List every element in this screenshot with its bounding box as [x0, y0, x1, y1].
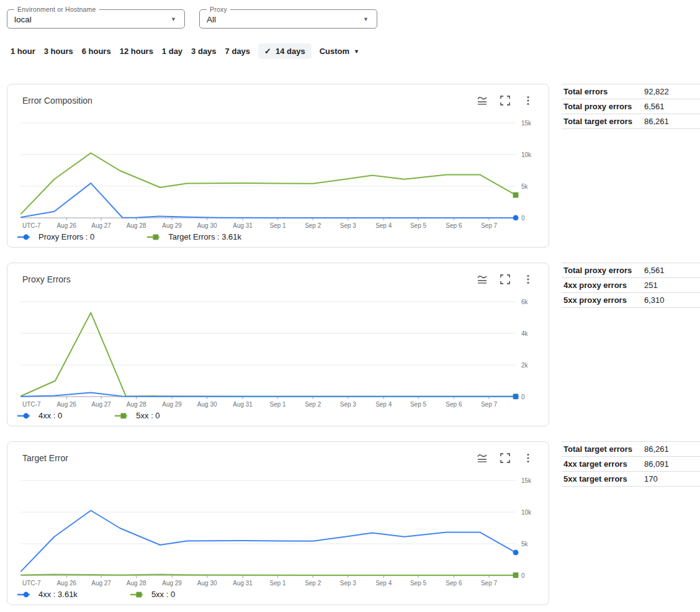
stat-label: 4xx target errors — [563, 459, 644, 469]
dropdown-arrow-icon: ▼ — [363, 16, 369, 22]
environment-select[interactable]: Environment or Hostname local ▼ — [7, 9, 185, 29]
svg-text:UTC-7: UTC-7 — [22, 580, 41, 587]
stat-row: 4xx target errors86,091 — [562, 456, 700, 471]
svg-text:Sep 4: Sep 4 — [375, 580, 392, 587]
error-composition-chart: 05k10k15kAug 26Aug 27Aug 28Aug 29Aug 30A… — [21, 117, 549, 230]
svg-text:Aug 31: Aug 31 — [233, 580, 253, 587]
stat-value: 86,261 — [644, 117, 669, 126]
svg-text:5k: 5k — [521, 541, 529, 547]
charts-column: Error Composition 05k10k15kAug 26Aug 27A… — [7, 84, 549, 612]
total-errors-stats-block: Total errors92,822Total proxy errors6,56… — [562, 84, 700, 263]
fullscreen-icon[interactable] — [500, 95, 511, 106]
time-option-label: Custom — [320, 47, 349, 56]
time-option-custom[interactable]: Custom▼ — [315, 43, 364, 59]
stat-value: 170 — [644, 474, 658, 484]
proxy-errors-card: Proxy Errors 02k4k6kAug 26Aug 27Aug 28Au… — [7, 263, 549, 426]
card-actions — [477, 274, 534, 285]
svg-text:Aug 30: Aug 30 — [197, 222, 217, 229]
card-header: Error Composition — [7, 84, 549, 106]
dropdown-arrow-icon: ▼ — [171, 16, 176, 22]
proxy-select-value: All — [207, 14, 216, 24]
svg-text:Sep 3: Sep 3 — [340, 580, 357, 587]
time-option-label: 7 days — [225, 47, 250, 56]
target-error-chart: 05k10k15kAug 26Aug 27Aug 28Aug 29Aug 30A… — [21, 474, 549, 587]
dashboard-main: Error Composition 05k10k15kAug 26Aug 27A… — [7, 84, 700, 612]
time-option-label: 1 day — [162, 47, 182, 56]
chart-legend: 4xx : 3.61k5xx : 0 — [17, 590, 549, 599]
svg-text:Sep 5: Sep 5 — [410, 401, 427, 408]
legend-item: 5xx : 0 — [115, 411, 159, 420]
svg-text:Sep 2: Sep 2 — [305, 222, 321, 229]
svg-text:Aug 29: Aug 29 — [162, 222, 182, 229]
dropdown-arrow-icon: ▼ — [354, 48, 359, 55]
legend-label: 5xx : 0 — [151, 590, 175, 599]
svg-text:Aug 26: Aug 26 — [56, 401, 76, 408]
chart-title: Target Error — [22, 453, 68, 463]
time-option-12-hours[interactable]: 12 hours — [115, 43, 158, 59]
legend-item: 5xx : 0 — [130, 590, 175, 599]
stat-row: Total proxy errors6,561 — [562, 263, 700, 277]
svg-text:Sep 2: Sep 2 — [305, 580, 321, 587]
svg-text:Aug 26: Aug 26 — [56, 222, 76, 229]
svg-text:UTC-7: UTC-7 — [22, 222, 41, 229]
time-option-1-hour[interactable]: 1 hour — [6, 43, 40, 59]
environment-select-label: Environment or Hostname — [14, 6, 99, 13]
stat-label: Total target errors — [563, 444, 644, 454]
time-option-6-hours[interactable]: 6 hours — [78, 43, 115, 59]
chart-style-icon[interactable] — [477, 95, 488, 106]
environment-select-value: local — [14, 14, 32, 24]
legend-label: 4xx : 0 — [38, 411, 62, 420]
card-actions — [477, 452, 534, 464]
fullscreen-icon[interactable] — [500, 274, 511, 285]
stat-row: Total target errors86,261 — [562, 441, 700, 456]
chart-style-icon[interactable] — [477, 274, 488, 285]
svg-text:15k: 15k — [521, 120, 532, 127]
time-option-label: 3 hours — [44, 47, 73, 56]
time-option-label: 6 hours — [82, 47, 111, 56]
stat-value: 6,561 — [644, 266, 665, 275]
svg-text:15k: 15k — [521, 477, 532, 484]
stat-label: Total target errors — [563, 117, 644, 126]
svg-text:Aug 31: Aug 31 — [233, 401, 253, 408]
square-series-marker-icon — [115, 412, 128, 420]
svg-text:0: 0 — [521, 572, 525, 579]
stat-label: Total proxy errors — [563, 102, 644, 111]
stat-row: Total errors92,822 — [562, 84, 700, 99]
time-option-3-days[interactable]: 3 days — [187, 43, 220, 59]
legend-label: 4xx : 3.61k — [38, 590, 78, 599]
circle-series-marker-icon — [17, 591, 30, 598]
circle-series-marker-icon — [17, 412, 30, 420]
svg-text:Aug 31: Aug 31 — [233, 222, 253, 229]
stat-row: 4xx proxy errors251 — [562, 277, 700, 292]
svg-text:Sep 7: Sep 7 — [481, 401, 498, 408]
fullscreen-icon[interactable] — [500, 452, 511, 464]
time-option-1-day[interactable]: 1 day — [158, 43, 187, 59]
stat-row: 5xx target errors170 — [562, 471, 700, 486]
svg-text:0: 0 — [521, 215, 525, 222]
svg-text:Sep 5: Sep 5 — [410, 580, 427, 587]
chart-legend: 4xx : 05xx : 0 — [17, 411, 549, 420]
square-series-marker-icon — [147, 233, 160, 241]
kebab-menu-icon[interactable] — [523, 95, 534, 106]
proxy-select[interactable]: Proxy All ▼ — [199, 9, 377, 29]
svg-text:Aug 27: Aug 27 — [91, 401, 111, 408]
chart-title: Proxy Errors — [22, 274, 71, 284]
time-option-14-days[interactable]: ✓14 days — [258, 43, 312, 59]
kebab-menu-icon[interactable] — [523, 274, 534, 285]
legend-item: 4xx : 0 — [17, 411, 62, 420]
proxy-errors-table: Total proxy errors6,5614xx proxy errors2… — [562, 263, 700, 308]
stat-value: 86,091 — [644, 459, 669, 469]
legend-item: 4xx : 3.61k — [17, 590, 78, 599]
proxy-errors-chart: 02k4k6kAug 26Aug 27Aug 28Aug 29Aug 30Aug… — [21, 295, 549, 408]
filter-row: Environment or Hostname local ▼ Proxy Al… — [7, 9, 700, 29]
svg-text:Sep 5: Sep 5 — [410, 222, 427, 229]
circle-series-marker-icon — [17, 233, 30, 241]
kebab-menu-icon[interactable] — [523, 452, 534, 464]
time-option-3-hours[interactable]: 3 hours — [40, 43, 78, 59]
time-option-7-days[interactable]: 7 days — [221, 43, 254, 59]
svg-text:Aug 29: Aug 29 — [162, 401, 182, 408]
legend-item: Target Errors : 3.61k — [147, 232, 241, 241]
proxy-select-label: Proxy — [207, 6, 230, 13]
chart-style-icon[interactable] — [477, 452, 488, 464]
svg-text:Sep 4: Sep 4 — [375, 401, 392, 408]
